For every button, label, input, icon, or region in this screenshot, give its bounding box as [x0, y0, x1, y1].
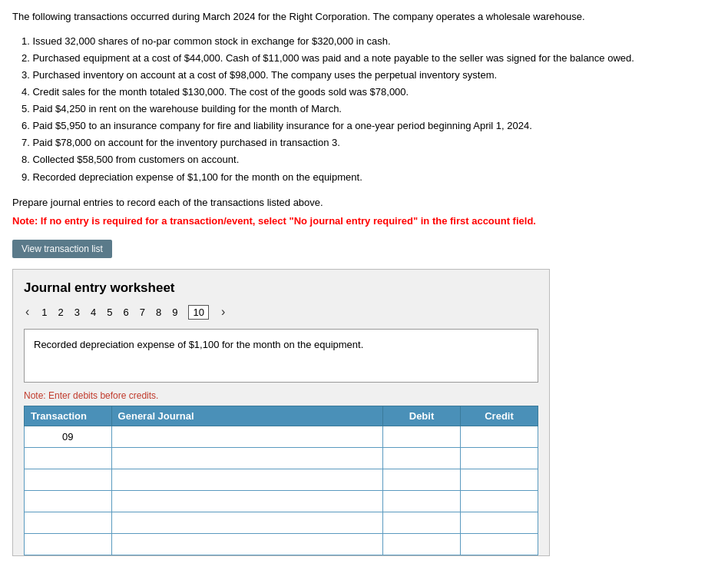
row-3-debit[interactable] [383, 490, 461, 512]
journal-entry-worksheet: Journal entry worksheet ‹ 12345678910› R… [12, 269, 550, 556]
row-2-journal[interactable] [111, 469, 382, 490]
transaction-description: Recorded depreciation expense of $1,100 … [24, 329, 538, 383]
row-0-debit-input[interactable] [388, 431, 455, 442]
prev-page-button[interactable]: ‹ [24, 305, 31, 319]
journal-table: Transaction General Journal Debit Credit… [24, 406, 538, 555]
row-5-transaction [25, 533, 112, 555]
transaction-item-2: 2. Purchased equipment at a cost of $44,… [22, 50, 716, 67]
row-1-transaction [25, 447, 112, 469]
row-3-journal-input[interactable] [117, 495, 378, 507]
note-debits: Note: Enter debits before credits. [24, 390, 538, 401]
row-4-credit[interactable] [460, 512, 538, 533]
transaction-item-8: 8. Collected $58,500 from customers on a… [22, 151, 716, 168]
transactions-list: 1. Issued 32,000 shares of no-par common… [12, 33, 716, 186]
row-5-credit[interactable] [460, 533, 538, 555]
row-5-debit-input[interactable] [388, 539, 455, 550]
page-num-9[interactable]: 9 [172, 307, 177, 318]
pagination: ‹ 12345678910› [24, 305, 538, 320]
intro-text: The following transactions occurred duri… [12, 9, 716, 25]
row-0-credit-input[interactable] [465, 431, 533, 442]
page-num-2[interactable]: 2 [58, 307, 64, 318]
row-5-journal[interactable] [111, 533, 382, 555]
row-1-credit[interactable] [460, 447, 538, 469]
row-5-journal-input[interactable] [117, 539, 378, 550]
table-row [25, 490, 538, 512]
table-row [25, 533, 538, 555]
row-0-transaction: 09 [25, 426, 112, 447]
next-page-button[interactable]: › [220, 305, 227, 319]
transaction-item-7: 7. Paid $78,000 on account for the inven… [22, 134, 716, 151]
row-1-debit[interactable] [383, 447, 461, 469]
row-4-journal[interactable] [111, 512, 382, 533]
row-2-debit[interactable] [383, 469, 461, 490]
row-4-credit-input[interactable] [465, 517, 533, 529]
row-4-transaction [25, 512, 112, 533]
row-2-debit-input[interactable] [388, 474, 455, 486]
page-num-6[interactable]: 6 [124, 307, 129, 318]
row-3-journal[interactable] [111, 490, 382, 512]
row-4-journal-input[interactable] [117, 517, 378, 529]
row-0-credit[interactable] [460, 426, 538, 447]
table-row [25, 512, 538, 533]
page-num-5[interactable]: 5 [107, 307, 112, 318]
row-0-journal-input[interactable] [117, 431, 378, 442]
row-1-journal[interactable] [111, 447, 382, 469]
transaction-item-5: 5. Paid $4,250 in rent on the warehouse … [22, 101, 716, 118]
table-row: 09 [25, 426, 538, 447]
row-2-journal-input[interactable] [117, 474, 378, 486]
row-1-credit-input[interactable] [465, 452, 533, 464]
page-num-3[interactable]: 3 [74, 307, 80, 318]
col-header-transaction: Transaction [25, 406, 112, 426]
row-3-transaction [25, 490, 112, 512]
page-num-4[interactable]: 4 [91, 307, 96, 318]
row-1-debit-input[interactable] [388, 452, 455, 464]
row-4-debit[interactable] [383, 512, 461, 533]
page-num-7[interactable]: 7 [140, 307, 145, 318]
page-num-1[interactable]: 1 [41, 307, 47, 318]
col-header-general-journal: General Journal [111, 406, 382, 426]
table-row [25, 469, 538, 490]
transaction-item-4: 4. Credit sales for the month totaled $1… [22, 84, 716, 101]
row-0-journal[interactable] [111, 426, 382, 447]
note-red: Note: If no entry is required for a tran… [12, 214, 716, 229]
worksheet-title: Journal entry worksheet [24, 280, 538, 296]
table-row [25, 447, 538, 469]
transaction-item-1: 1. Issued 32,000 shares of no-par common… [22, 33, 716, 50]
row-0-debit[interactable] [383, 426, 461, 447]
prepare-text: Prepare journal entries to record each o… [12, 195, 716, 211]
row-3-credit[interactable] [460, 490, 538, 512]
row-5-credit-input[interactable] [465, 539, 533, 550]
row-5-debit[interactable] [383, 533, 461, 555]
transaction-item-6: 6. Paid $5,950 to an insurance company f… [22, 118, 716, 134]
transaction-item-9: 9. Recorded depreciation expense of $1,1… [22, 169, 716, 186]
transaction-item-3: 3. Purchased inventory on account at a c… [22, 67, 716, 84]
row-3-debit-input[interactable] [388, 495, 455, 507]
col-header-credit: Credit [460, 406, 538, 426]
view-transaction-list-button[interactable]: View transaction list [12, 240, 112, 258]
row-3-credit-input[interactable] [465, 495, 533, 507]
row-2-credit-input[interactable] [465, 474, 533, 486]
page-num-8[interactable]: 8 [156, 307, 161, 318]
row-2-transaction [25, 469, 112, 490]
col-header-debit: Debit [383, 406, 461, 426]
row-1-journal-input[interactable] [117, 452, 378, 464]
row-2-credit[interactable] [460, 469, 538, 490]
page-num-10[interactable]: 10 [188, 305, 208, 320]
row-4-debit-input[interactable] [388, 517, 455, 529]
